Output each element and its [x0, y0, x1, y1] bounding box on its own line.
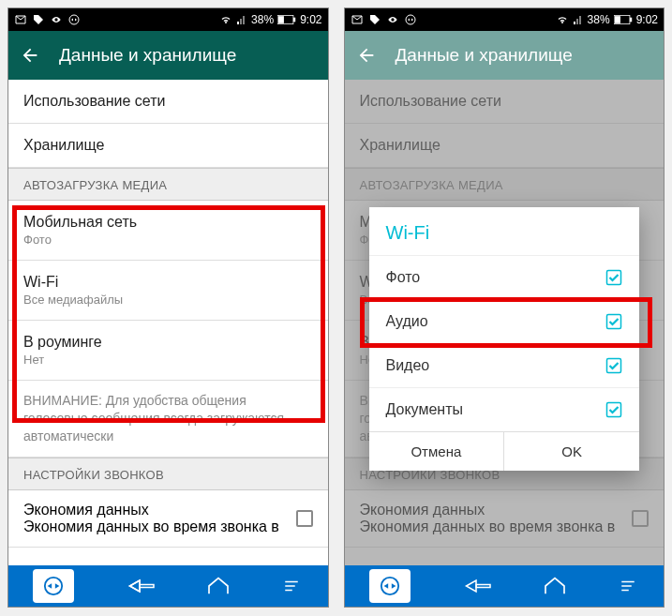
dialog-title: Wi-Fi [369, 207, 640, 255]
dialog-item-label: Аудио [386, 313, 428, 330]
row-sublabel: Все медиафайлы [23, 293, 313, 307]
battery-icon [614, 14, 633, 25]
svg-point-5 [406, 15, 415, 24]
clock-text: 9:02 [300, 13, 321, 26]
battery-text: 38% [588, 13, 610, 26]
cancel-button[interactable]: Отмена [369, 432, 504, 471]
row-sublabel: Экономия данных во время звонка в [23, 518, 296, 535]
dialog-item-label: Фото [386, 269, 421, 286]
section-call-settings: НАСТРОЙКИ ЗВОНКОВ [8, 458, 328, 490]
row-storage[interactable]: Хранилище [8, 124, 328, 168]
dialog-item-docs[interactable]: Документы [369, 387, 640, 431]
ok-button[interactable]: OK [503, 432, 639, 471]
svg-rect-7 [630, 18, 632, 23]
nav-home-icon[interactable] [205, 577, 231, 595]
svg-point-0 [69, 15, 79, 24]
battery-text: 38% [251, 13, 274, 26]
android-nav-bar [8, 565, 328, 607]
row-low-data[interactable]: Экономия данных Экономия данных во время… [8, 490, 328, 548]
tag-icon [33, 14, 44, 25]
wifi-dialog: Wi-Fi Фото Аудио Видео Документы Отмена … [369, 207, 640, 471]
app-bar: Данные и хранилище [8, 31, 328, 80]
section-auto-download: АВТОЗАГРУЗКА МЕДИА [8, 168, 328, 201]
nav-recent-icon[interactable] [617, 578, 639, 594]
android-nav-bar [345, 565, 665, 607]
app-bar: Данные и хранилище [345, 31, 665, 80]
dialog-item-label: Документы [386, 401, 463, 418]
teamviewer-icon [68, 14, 80, 25]
auto-download-note: ВНИМАНИЕ: Для удобства общения голосовые… [8, 381, 328, 458]
signal-icon [573, 14, 584, 25]
row-label: Мобильная сеть [23, 214, 313, 231]
checkbox-checked-icon[interactable] [605, 401, 622, 418]
back-icon[interactable] [20, 45, 40, 66]
tag-icon [369, 14, 381, 25]
checkbox-checked-icon[interactable] [605, 357, 622, 374]
appbar-title: Данные и хранилище [59, 45, 236, 66]
svg-rect-3 [278, 16, 284, 23]
nav-teamviewer-button[interactable] [33, 569, 74, 603]
status-bar: 38% 9:02 [345, 8, 665, 31]
dialog-button-bar: Отмена OK [369, 431, 640, 471]
settings-list: Использование сети Хранилище АВТОЗАГРУЗК… [8, 80, 328, 565]
nav-teamviewer-button[interactable] [369, 569, 411, 603]
settings-list-dimmed: Использование сети Хранилище АВТОЗАГРУЗК… [345, 80, 665, 565]
appbar-title: Данные и хранилище [396, 45, 573, 66]
svg-rect-8 [614, 16, 620, 23]
row-label: Экономия данных [23, 502, 296, 518]
teamviewer-icon [405, 14, 416, 25]
signal-icon [236, 14, 247, 25]
row-wifi[interactable]: Wi-Fi Все медиафайлы [8, 261, 328, 321]
row-sublabel: Нет [23, 353, 313, 367]
checkbox-checked-icon[interactable] [605, 269, 622, 286]
row-label: Хранилище [23, 137, 313, 154]
row-sublabel: Фото [23, 233, 313, 247]
dialog-item-video[interactable]: Видео [369, 343, 640, 387]
nav-home-icon[interactable] [542, 577, 568, 595]
wifi-icon [219, 14, 232, 25]
checkbox-unchecked[interactable] [296, 510, 313, 527]
back-icon [356, 45, 377, 66]
row-mobile-data[interactable]: Мобильная сеть Фото [8, 201, 328, 261]
row-label: Использование сети [23, 93, 313, 110]
phone-left: 38% 9:02 Данные и хранилище Использовани… [7, 8, 329, 608]
row-label: Wi-Fi [23, 274, 313, 291]
eye-icon [386, 15, 399, 24]
eye-icon [50, 15, 63, 24]
wifi-icon [556, 14, 569, 25]
mail-icon [351, 14, 364, 25]
row-network-usage[interactable]: Использование сети [8, 80, 328, 124]
status-bar: 38% 9:02 [8, 8, 328, 31]
dialog-item-label: Видео [386, 357, 430, 374]
svg-rect-2 [293, 18, 295, 23]
nav-back-icon[interactable] [459, 577, 493, 595]
dialog-item-audio[interactable]: Аудио [369, 299, 640, 343]
clock-text: 9:02 [636, 13, 658, 26]
row-label: В роуминге [23, 334, 313, 351]
row-roaming[interactable]: В роуминге Нет [8, 321, 328, 381]
nav-back-icon[interactable] [123, 577, 157, 595]
nav-recent-icon[interactable] [280, 578, 303, 594]
battery-icon [277, 14, 296, 25]
mail-icon [14, 14, 27, 25]
phone-right: 38% 9:02 Данные и хранилище Использовани… [344, 8, 665, 608]
checkbox-checked-icon[interactable] [605, 313, 622, 330]
dialog-item-photo[interactable]: Фото [369, 255, 640, 299]
